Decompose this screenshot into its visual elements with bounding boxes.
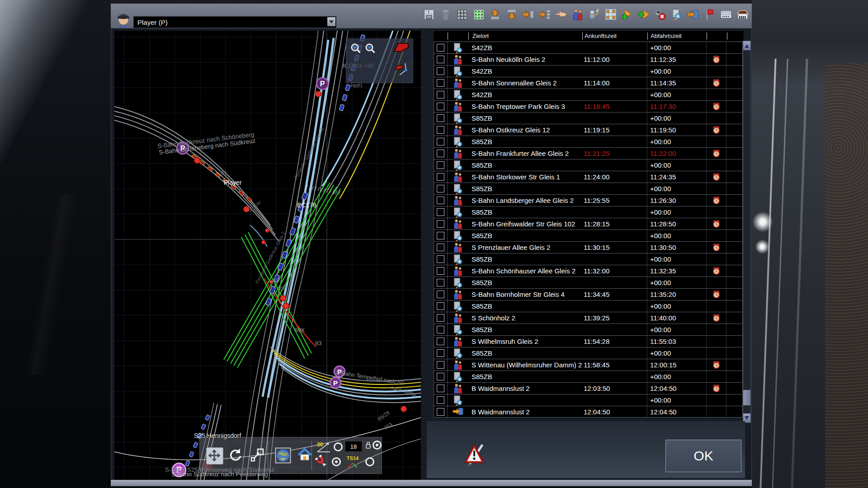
row-checkbox[interactable] (437, 56, 444, 63)
table-row[interactable]: S85ZB+00:00 (434, 371, 743, 382)
toolbar-send-to-depot-button[interactable] (687, 8, 699, 21)
table-row[interactable]: S Wittenau (Wilhelmsruher Damm) 211:58:4… (434, 359, 743, 371)
toolbar-set-flag-button[interactable] (703, 8, 716, 21)
table-row[interactable]: S-Bahn Greifswalder Str Gleis 10211:28:1… (434, 218, 743, 230)
table-row[interactable]: S-Bahn Landsberger Allee Gleis 211:25:55… (434, 194, 743, 206)
magnet-radio[interactable] (332, 457, 341, 466)
map-panel[interactable]: PPPPP ICE703 +80Hptf1S-Bahn Südkreuz nac… (114, 31, 421, 481)
toolbar-delete-button[interactable] (439, 8, 452, 21)
toolbar-select-all-grid-button[interactable] (456, 8, 468, 21)
row-checkbox[interactable] (437, 103, 444, 110)
toolbar-schedule-settings-button[interactable] (670, 8, 683, 21)
row-checkbox[interactable] (437, 396, 444, 404)
table-row[interactable]: S85ZB+00:00 (434, 253, 743, 265)
row-checkbox[interactable] (437, 67, 444, 75)
row-checkbox[interactable] (437, 185, 444, 192)
magnet-icon[interactable] (315, 455, 327, 469)
table-row[interactable]: S-Bahn Bornholmer Str Gleis 411:34:4511:… (434, 288, 743, 300)
scroll-up-button[interactable] (743, 41, 750, 50)
toolbar-insert-after-button[interactable] (538, 8, 551, 21)
table-row[interactable]: S Wilhelmsruh Gleis 211:54:2811:55:03 (434, 335, 743, 347)
toolbar-append-stop-button[interactable] (621, 8, 633, 21)
route-segment-small-icon[interactable] (394, 62, 410, 75)
row-checkbox[interactable] (437, 150, 444, 157)
row-checkbox[interactable] (437, 349, 444, 357)
row-checkbox[interactable] (437, 232, 444, 239)
toolbar-refuel-button[interactable] (588, 8, 600, 21)
angle-radio[interactable] (334, 442, 343, 451)
signal-mode[interactable]: TS14 (344, 454, 362, 468)
table-row[interactable]: S85ZB+00:00 (434, 324, 743, 335)
row-checkbox[interactable] (437, 338, 444, 345)
row-checkbox[interactable] (437, 91, 444, 99)
row-checkbox[interactable] (437, 220, 444, 228)
table-row[interactable]: S85ZB+00:00 (434, 206, 743, 218)
ok-button[interactable]: OK (665, 440, 741, 472)
signal-radio[interactable] (365, 457, 374, 466)
table-row[interactable]: S-Bahn Treptower Park Gleis 311:16:4511:… (434, 100, 743, 112)
gradient-angle-icon[interactable]: 30 (316, 440, 332, 454)
table-row[interactable]: S85ZB+00:00 (434, 347, 743, 359)
toolbar-insert-before-button[interactable] (522, 8, 534, 21)
table-row[interactable]: S-Bahn Ostkreuz Gleis 1211:19:1511:19:50 (434, 124, 743, 136)
row-checkbox[interactable] (437, 244, 444, 251)
toolbar-center-map-button[interactable] (604, 8, 617, 21)
globe-view-button[interactable] (275, 447, 291, 464)
row-checkbox[interactable] (437, 267, 444, 275)
table-row[interactable]: S85ZB+00:00 (434, 183, 743, 194)
toolbar-remove-vehicle-button[interactable] (654, 8, 666, 21)
row-checkbox[interactable] (437, 126, 444, 134)
pan-map-button[interactable] (206, 447, 223, 465)
grid-value-field[interactable]: 18 (345, 441, 362, 451)
row-checkbox[interactable] (437, 291, 444, 298)
chevron-down-icon[interactable] (327, 17, 335, 26)
row-checkbox[interactable] (437, 255, 444, 263)
table-row[interactable]: S85ZB+00:00 (434, 159, 743, 171)
table-row[interactable]: S Prenzlauer Allee Gleis 211:30:1511:30:… (434, 241, 743, 253)
table-row[interactable]: B Waidmannslust 212:04:5012:04:50 (434, 406, 743, 418)
row-checkbox[interactable] (437, 302, 444, 310)
toolbar-save-button[interactable] (423, 8, 435, 21)
table-scrollbar[interactable] (743, 41, 751, 423)
map-zoom-in-button[interactable] (350, 42, 363, 55)
home-view-button[interactable] (297, 447, 313, 464)
row-checkbox[interactable] (437, 326, 444, 333)
table-row[interactable]: S Schönholz 211:39:2511:40:00 (434, 312, 743, 324)
table-row[interactable]: S-Bahn Frankfurter Allee Gleis 211:21:25… (434, 147, 743, 159)
row-checkbox[interactable] (437, 208, 444, 216)
row-checkbox[interactable] (437, 173, 444, 181)
toolbar-manual-pointer-button[interactable] (555, 8, 567, 21)
table-row[interactable]: S85ZB+00:00 (434, 230, 743, 241)
header-zielort[interactable]: Zielort (469, 33, 583, 40)
table-row[interactable]: S42ZB+00:00 (434, 42, 743, 53)
toolbar-select-green-grid-button[interactable] (472, 8, 485, 21)
driver-dropdown[interactable]: Player (P) (133, 16, 336, 28)
toolbar-station-button[interactable] (736, 8, 749, 21)
table-row[interactable]: S85ZB+00:00 (434, 136, 743, 147)
row-checkbox[interactable] (437, 385, 444, 392)
table-row[interactable]: S-Bahn Sonnenallee Gleis 211:14:0011:14:… (434, 77, 743, 89)
scrollbar-thumb[interactable] (743, 390, 750, 405)
table-row[interactable]: B Waidmannslust 212:03:5012:04:50 (434, 382, 743, 394)
table-row[interactable]: S42ZB+00:00 (434, 65, 743, 77)
row-checkbox[interactable] (437, 314, 444, 322)
toolbar-move-row-up-button[interactable] (489, 8, 501, 21)
scale-map-button[interactable] (250, 447, 266, 464)
row-checkbox[interactable] (437, 361, 444, 369)
table-row[interactable]: S-Bahn Schönhauser Allee Gleis 211:32:00… (434, 265, 743, 277)
row-checkbox[interactable] (437, 44, 444, 52)
toolbar-move-row-down-button[interactable] (505, 8, 518, 21)
row-checkbox[interactable] (437, 79, 444, 87)
row-checkbox[interactable] (437, 408, 444, 416)
snap-radio[interactable] (373, 441, 382, 450)
toolbar-platform-display-button[interactable] (720, 8, 732, 21)
map-zoom-out-button[interactable] (364, 42, 377, 55)
header-ankunftszeit[interactable]: Ankunftszeit (583, 33, 648, 40)
table-row[interactable]: S-Bahn Neukölln Gleis 211:12:0011:12:35 (434, 53, 743, 65)
table-row[interactable]: S42ZB+00:00 (434, 89, 743, 100)
table-row[interactable]: S85ZB+00:00 (434, 112, 743, 124)
rotate-map-button[interactable] (228, 447, 244, 464)
row-checkbox[interactable] (437, 114, 444, 122)
row-checkbox[interactable] (437, 373, 444, 380)
row-checkbox[interactable] (437, 197, 444, 204)
